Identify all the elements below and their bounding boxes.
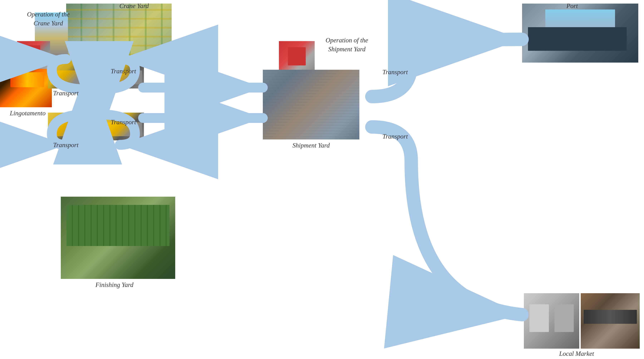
finishing-yard-photo (61, 197, 175, 279)
shipment-operation-photo (279, 41, 315, 72)
local-market-label: Local Market (536, 350, 617, 358)
port-photo (522, 4, 638, 62)
crane-yard-photo (66, 4, 172, 62)
crane-yard-label: Crane Yard (107, 2, 161, 10)
transport-label-6: Transport (372, 132, 418, 141)
transport-label-2: Transport (48, 141, 84, 149)
transport-label-1: Transport (48, 89, 84, 98)
local-market-left-photo (524, 293, 579, 349)
crane-forklift-photo (17, 41, 50, 69)
port-label: Port (554, 2, 590, 10)
operation-crane-label: Operation of the Crane Yard (23, 10, 73, 28)
finishing-yard-label: Finishing Yard (77, 281, 152, 289)
transport-br-photo (103, 113, 144, 140)
operation-shipment-label: Operation of the Shipment Yard (313, 36, 381, 54)
lingotamento-label: Lingotamento (4, 109, 52, 118)
transport-label-4: Transport (106, 118, 141, 126)
transport-bl-photo (48, 113, 89, 140)
transport-label-3: Transport (106, 67, 141, 76)
shipment-yard-label: Shipment Yard (274, 141, 349, 150)
transport-tl-photo (48, 61, 89, 88)
shipment-yard-photo (263, 70, 359, 140)
local-market-right-photo (581, 293, 640, 349)
transport-label-5: Transport (372, 68, 418, 76)
